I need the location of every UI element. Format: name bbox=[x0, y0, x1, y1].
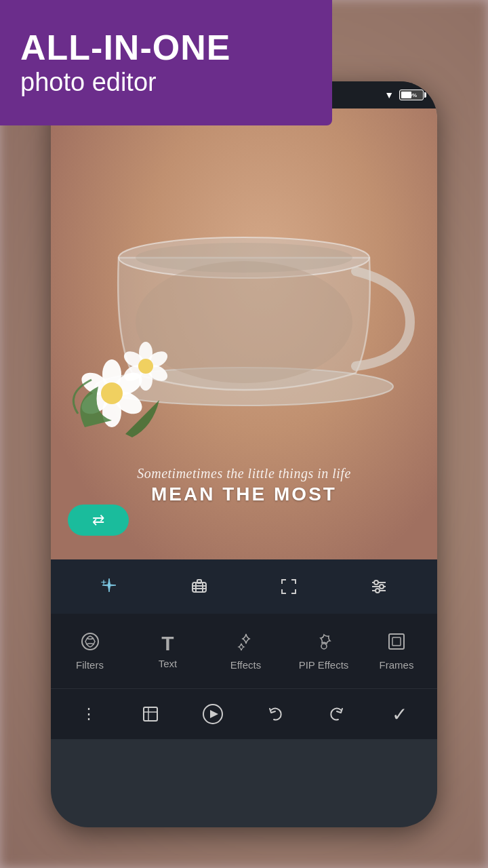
svg-point-34 bbox=[321, 644, 327, 649]
effects-label: Effects bbox=[230, 659, 262, 671]
svg-rect-26 bbox=[197, 580, 201, 583]
quote-script: Sometimetimes the little things in life bbox=[51, 466, 437, 481]
battery-indicator: 50% bbox=[399, 90, 424, 100]
app-title-line2: photo editor bbox=[20, 68, 332, 97]
wifi-icon: ▼ bbox=[384, 90, 394, 100]
confirm-button[interactable]: ✓ bbox=[382, 697, 416, 731]
frames-icon bbox=[386, 631, 407, 655]
redo-button[interactable] bbox=[320, 697, 354, 731]
undo-button[interactable] bbox=[258, 697, 292, 731]
svg-point-20 bbox=[138, 359, 153, 374]
effects-icon bbox=[236, 631, 256, 655]
svg-point-6 bbox=[136, 243, 352, 273]
menu-icon: ⋮ bbox=[81, 705, 96, 723]
shuffle-button[interactable]: ⇄ bbox=[68, 505, 129, 536]
text-icon: T bbox=[161, 633, 174, 654]
svg-marker-41 bbox=[210, 710, 218, 718]
check-icon: ✓ bbox=[392, 703, 407, 726]
svg-point-30 bbox=[374, 580, 378, 585]
photo-editing-area: Sometimetimes the little things in life … bbox=[51, 108, 437, 559]
tab-frames[interactable]: Frames bbox=[363, 614, 430, 688]
app-title-line1: ALL-IN-ONE bbox=[20, 28, 332, 67]
bottom-tabs: Filters T Text Effects PIP Effects bbox=[51, 614, 437, 688]
svg-point-32 bbox=[375, 589, 380, 593]
battery-text: 50% bbox=[406, 92, 417, 98]
shuffle-icon: ⇄ bbox=[92, 511, 104, 529]
flowers-decoration bbox=[58, 332, 193, 441]
svg-rect-37 bbox=[144, 707, 157, 721]
action-bar: ⋮ bbox=[51, 688, 437, 739]
text-label: Text bbox=[159, 658, 178, 669]
stamp-tool[interactable] bbox=[182, 570, 216, 604]
filters-label: Filters bbox=[76, 659, 104, 671]
tab-filters[interactable]: Filters bbox=[51, 614, 129, 688]
tab-pip-effects[interactable]: PIP Effects bbox=[285, 614, 363, 688]
adjust-tool[interactable] bbox=[362, 570, 396, 604]
quote-bold: MEAN THE MOST bbox=[51, 484, 437, 505]
editing-toolbar bbox=[51, 559, 437, 614]
svg-point-13 bbox=[101, 382, 123, 404]
svg-rect-36 bbox=[392, 637, 401, 646]
header-banner: ALL-IN-ONE photo editor bbox=[0, 0, 332, 125]
sparkle-tool[interactable] bbox=[92, 570, 126, 604]
tab-effects[interactable]: Effects bbox=[207, 614, 285, 688]
menu-button[interactable]: ⋮ bbox=[72, 697, 106, 731]
pip-effects-icon bbox=[314, 631, 334, 655]
filters-icon bbox=[80, 631, 100, 655]
crop-tool[interactable] bbox=[272, 570, 306, 604]
pip-effects-label: PIP Effects bbox=[299, 659, 349, 671]
svg-rect-35 bbox=[389, 634, 404, 649]
svg-rect-21 bbox=[192, 583, 206, 592]
phone-frame: ▼ 50% bbox=[51, 81, 437, 827]
play-button[interactable] bbox=[196, 697, 230, 731]
status-right: ▼ 50% bbox=[384, 90, 424, 100]
tab-text[interactable]: T Text bbox=[129, 614, 207, 688]
svg-point-31 bbox=[380, 585, 384, 589]
frames-label: Frames bbox=[380, 659, 414, 671]
crop-button[interactable] bbox=[134, 697, 167, 731]
